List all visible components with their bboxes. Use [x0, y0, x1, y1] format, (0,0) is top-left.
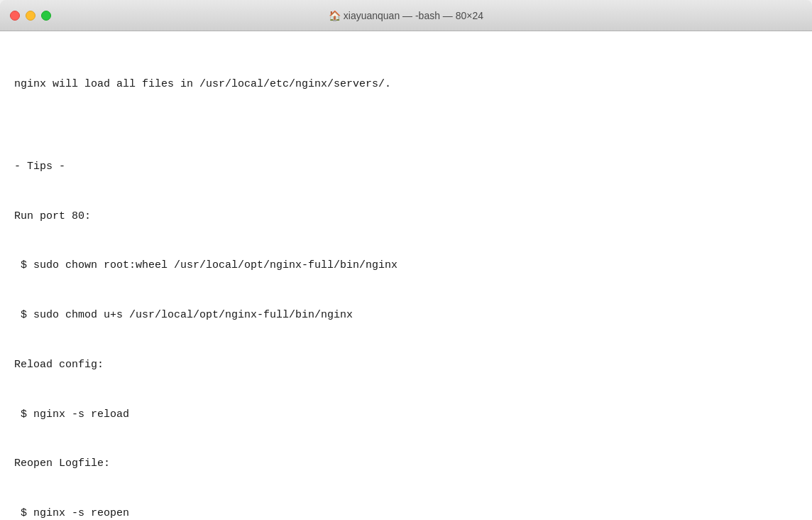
maximize-button[interactable]: [41, 11, 51, 21]
terminal-line-7: Reload config:: [14, 357, 798, 373]
terminal-line-1: nginx will load all files in /usr/local/…: [14, 76, 798, 92]
window-title: 🏠 xiayuanquan — -bash — 80×24: [329, 10, 483, 21]
terminal-line-3: - Tips -: [14, 158, 798, 175]
minimize-button[interactable]: [26, 11, 35, 21]
traffic-lights: [10, 11, 51, 21]
terminal-line-6: $ sudo chmod u+s /usr/local/opt/nginx-fu…: [14, 307, 798, 323]
terminal-line-4: Run port 80:: [14, 208, 798, 224]
terminal-line-5: $ sudo chown root:wheel /usr/local/opt/n…: [14, 257, 798, 273]
terminal-line-10: $ nginx -s reopen: [14, 505, 798, 520]
terminal-line-8: $ nginx -s reload: [14, 406, 798, 423]
close-button[interactable]: [10, 11, 20, 21]
terminal-content: nginx will load all files in /usr/local/…: [14, 43, 798, 520]
terminal-line-9: Reopen Logfile:: [14, 455, 798, 472]
terminal-body[interactable]: nginx will load all files in /usr/local/…: [0, 31, 812, 520]
title-bar: 🏠 xiayuanquan — -bash — 80×24: [0, 0, 812, 31]
